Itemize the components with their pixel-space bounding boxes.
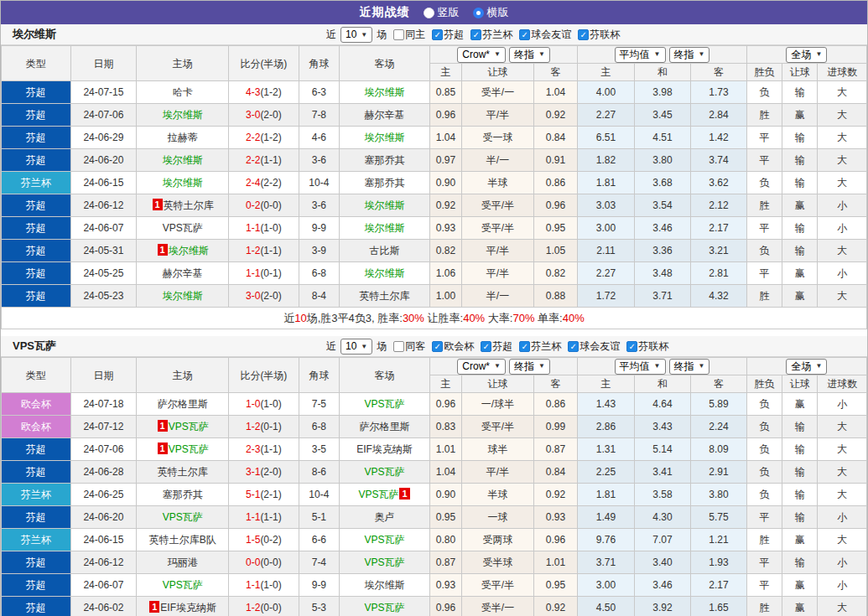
away-team-name[interactable]: VPS瓦萨: [364, 466, 404, 478]
away-team-name[interactable]: VPS瓦萨: [364, 398, 404, 410]
home-team-name[interactable]: 哈卡: [173, 86, 193, 98]
filter-league-2[interactable]: ✓球会友谊: [519, 28, 571, 42]
bookmaker-select[interactable]: Crow*▼: [457, 359, 506, 375]
radio-button-icon[interactable]: [473, 8, 484, 18]
filter-league-0[interactable]: ✓芬超: [432, 28, 464, 42]
league-type-badge: 芬兰杯: [2, 484, 71, 506]
final-odds-select[interactable]: 终指▼: [509, 359, 550, 375]
away-team-name[interactable]: VPS瓦萨: [358, 489, 398, 500]
final-odds-select-value: 终指: [674, 46, 694, 63]
away-team-name[interactable]: VPS瓦萨: [364, 534, 404, 546]
league-type-badge: 芬超: [2, 551, 71, 574]
home-team-name[interactable]: EIF埃克纳斯: [160, 602, 216, 613]
league-checkbox-3[interactable]: ✓: [568, 341, 579, 352]
final-odds-select[interactable]: 终指▼: [669, 47, 710, 63]
home-team: 玛丽港: [137, 551, 229, 574]
radio-label-horizontal: 横版: [487, 5, 509, 20]
away-team-name[interactable]: 埃尔维斯: [364, 132, 404, 143]
away-team-name[interactable]: 赫尔辛基: [364, 109, 404, 121]
average-select[interactable]: 平均值▼: [615, 359, 666, 375]
away-team-name[interactable]: 塞那乔其: [364, 154, 404, 166]
filter-league-3[interactable]: ✓芬联杯: [578, 28, 620, 42]
corner-score: 5-1: [299, 506, 339, 529]
league-checkbox-2[interactable]: ✓: [519, 29, 530, 40]
recent-count-select[interactable]: 10▼: [340, 339, 372, 355]
home-team-name[interactable]: 埃尔维斯: [163, 154, 203, 166]
home-team-name[interactable]: 埃尔维斯: [169, 245, 209, 256]
final-odds-select[interactable]: 终指▼: [509, 47, 550, 63]
home-team-name[interactable]: 赫尔辛基: [163, 267, 203, 279]
same-side-checkbox[interactable]: [393, 341, 404, 352]
recent-count-select[interactable]: 10▼: [340, 27, 372, 43]
layout-radio-vertical[interactable]: 竖版: [424, 5, 460, 20]
score-cell: 1-1(1-0): [229, 574, 299, 597]
away-team-name[interactable]: 古比斯: [369, 245, 399, 256]
result-handicap: 赢: [782, 285, 818, 308]
final-odds-select-value: 终指: [514, 358, 534, 375]
away-team-name[interactable]: VPS瓦萨: [364, 602, 404, 613]
away-team-name[interactable]: 埃尔维斯: [364, 199, 404, 211]
league-checkbox-1[interactable]: ✓: [481, 341, 491, 352]
radio-button-icon[interactable]: [424, 8, 434, 18]
home-team-name[interactable]: VPS瓦萨: [163, 579, 203, 591]
away-team-name[interactable]: EIF埃克纳斯: [356, 443, 413, 455]
same-side-checkbox[interactable]: [393, 29, 404, 40]
avg-home-odds: 1.81: [578, 172, 635, 194]
avg-home-odds: 4.50: [578, 597, 635, 616]
home-team-name[interactable]: VPS瓦萨: [169, 443, 209, 455]
filter-same-side[interactable]: 同客: [393, 339, 425, 354]
home-team-name[interactable]: 埃尔维斯: [163, 177, 203, 189]
away-team-name[interactable]: 塞那乔其: [364, 177, 404, 189]
league-checkbox-1[interactable]: ✓: [470, 29, 481, 40]
halftime-score: (0-0): [260, 556, 281, 568]
home-team-name[interactable]: 埃尔维斯: [163, 290, 203, 302]
column-header: 让球: [782, 64, 818, 81]
home-team-name[interactable]: VPS瓦萨: [163, 511, 203, 523]
fulltime-select[interactable]: 全场▼: [786, 47, 827, 63]
fulltime-score: 0-2: [246, 199, 260, 211]
home-team-name[interactable]: 玛丽港: [168, 556, 198, 568]
home-team-name[interactable]: VPS瓦萨: [169, 421, 209, 432]
result-goals: 小: [818, 393, 867, 416]
home-team-name[interactable]: 萨尔格里斯: [158, 398, 208, 410]
away-team-name[interactable]: 萨尔格里斯: [359, 421, 409, 432]
home-team-name[interactable]: 英特土尔库B队: [149, 534, 216, 546]
away-team-name[interactable]: 奥卢: [374, 511, 394, 523]
result-goals: 大: [818, 240, 867, 262]
home-team-name[interactable]: 英特土尔库: [158, 466, 208, 478]
filter-league-0[interactable]: ✓欧会杯: [432, 339, 474, 354]
league-checkbox-0[interactable]: ✓: [432, 341, 443, 352]
away-team-name[interactable]: 英特土尔库: [359, 290, 409, 302]
away-team-name[interactable]: 埃尔维斯: [364, 222, 404, 234]
away-team-name[interactable]: VPS瓦萨: [364, 556, 404, 568]
filter-league-4[interactable]: ✓芬联杯: [626, 339, 668, 354]
home-team-name[interactable]: 英特土尔库: [164, 199, 214, 211]
home-team-name[interactable]: VPS瓦萨: [163, 222, 203, 234]
corner-score: 6-8: [299, 416, 339, 438]
league-checkbox-0[interactable]: ✓: [432, 29, 443, 40]
layout-radio-horizontal[interactable]: 横版: [473, 5, 509, 20]
away-team-name[interactable]: 埃尔维斯: [364, 267, 404, 279]
final-odds-select[interactable]: 终指▼: [669, 359, 710, 375]
bookmaker-select[interactable]: Crow*▼: [457, 47, 506, 63]
home-team-name[interactable]: 塞那乔其: [163, 489, 203, 500]
match-row: 芬超24-07-15哈卡4-3(1-2)6-3埃尔维斯0.85受半/一1.044…: [2, 81, 867, 104]
away-team-name[interactable]: 埃尔维斯: [364, 86, 404, 98]
match-date: 24-06-25: [70, 484, 137, 506]
filter-league-3[interactable]: ✓球会友谊: [568, 339, 620, 354]
league-checkbox-2[interactable]: ✓: [519, 341, 530, 352]
filter-league-2[interactable]: ✓芬兰杯: [519, 339, 561, 354]
average-select[interactable]: 平均值▼: [615, 47, 666, 63]
home-team-name[interactable]: 埃尔维斯: [163, 109, 203, 121]
filter-league-1[interactable]: ✓芬超: [481, 339, 512, 354]
odds-home: 0.85: [429, 81, 461, 104]
away-team-name[interactable]: 埃尔维斯: [364, 579, 404, 591]
league-checkbox-4[interactable]: ✓: [626, 341, 637, 352]
odds-handicap: 半球: [462, 172, 534, 194]
filter-same-side[interactable]: 同主: [393, 28, 425, 42]
score-cell: 1-1(1-0): [229, 217, 299, 240]
fulltime-select[interactable]: 全场▼: [786, 359, 827, 375]
filter-league-1[interactable]: ✓芬兰杯: [470, 28, 512, 42]
home-team-name[interactable]: 拉赫蒂: [168, 132, 198, 143]
league-checkbox-3[interactable]: ✓: [578, 29, 589, 40]
